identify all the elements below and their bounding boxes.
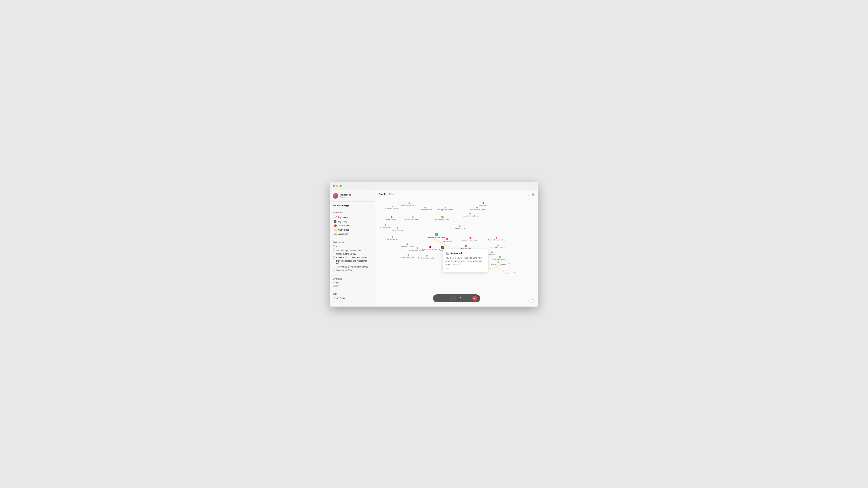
graph-node-daily-journal[interactable]: Daily Journal [443, 238, 452, 242]
app-body: Francesco Personal space My Homepage Fav… [330, 190, 538, 306]
graph-node-work-faster[interactable]: Work Faster with Templat... [422, 246, 439, 250]
sidebar-item-task-tracker[interactable]: 🔴 Task tracker [333, 224, 372, 228]
popup-title: Advanced [450, 252, 462, 255]
graph-node-get-started[interactable]: Get started [488, 251, 496, 255]
svg-line-8 [507, 272, 519, 273]
graph-node-recipe-book[interactable]: Recipe Book & Meal Plann... [462, 237, 479, 241]
graph-node-anytype-mobile[interactable]: Try Anytype on your mobi... [491, 256, 509, 260]
task-checkbox-4[interactable] [333, 260, 335, 262]
app-window: ⊟ Francesco Personal space My Homepage F… [330, 182, 538, 306]
main-content: Graph Flow ⌕ ⊞ [375, 190, 538, 306]
tab-graph[interactable]: Graph [378, 193, 385, 196]
sidebar: Francesco Personal space My Homepage Fav… [330, 190, 375, 306]
graph-node-create-task[interactable]: Create a task, press [ne... [418, 255, 435, 259]
graph-node-farsan[interactable]: Farsan (2023) [455, 225, 465, 229]
popup-body: Hey there If you're looking to hone your… [445, 256, 485, 266]
search-icon[interactable]: ⌕ [528, 193, 530, 196]
graph-node-nameless[interactable]: The Nameless Manuscript... [416, 206, 434, 210]
grid-button[interactable]: ⠿ [458, 296, 463, 301]
svg-line-9 [519, 272, 531, 275]
graph-node-sets-explained[interactable]: Sets Explained ▾ [386, 216, 398, 220]
graph-node-study-sets[interactable]: Study other Sets [387, 236, 398, 240]
graph-canvas: My findings on flow stat... Check the Se… [375, 199, 538, 306]
my-notes-widget: My Notes Today ∨ Empty [330, 276, 375, 289]
task-item: Try Anytype on your mobile device [333, 265, 372, 268]
graph-node-create-project[interactable]: Create your own project [469, 206, 485, 210]
maximize-button[interactable] [340, 185, 342, 187]
add-button[interactable]: + [450, 296, 456, 301]
homepage-link[interactable]: My Homepage [330, 202, 375, 209]
svg-line-7 [496, 267, 507, 273]
notes-header: My Notes [333, 278, 372, 280]
notes-empty: Empty [333, 285, 372, 287]
user-name: Francesco [340, 193, 353, 196]
top-actions: ⌕ ⊞ [528, 193, 535, 196]
search-button[interactable]: ⌕ [465, 296, 470, 301]
graph-node-bookmarks[interactable]: My Bookmarks [380, 224, 391, 228]
graph-node-post-therapy[interactable]: Post therapy notes [391, 227, 404, 231]
sidebar-toggle-icon[interactable]: ⊟ [533, 184, 535, 188]
divider-1 [330, 238, 375, 238]
task-checkbox-1[interactable] [333, 250, 335, 252]
notes-icon: 📝 [334, 216, 337, 219]
graph-node-write-first[interactable]: Write your First Note [491, 261, 505, 265]
graph-node-connect[interactable]: Connect Everything with ... [428, 233, 445, 238]
task-checkbox-6[interactable] [333, 269, 335, 271]
favorites-title: Favorites [333, 212, 372, 214]
graph-node-play-sidebar[interactable]: Play with sidebar and w... [400, 254, 417, 258]
sets-item-my-notes[interactable]: 📝 My Notes [333, 296, 372, 300]
favorites-section: Favorites 📝 My Notes 📓 My Diary 🔴 Task t… [330, 209, 375, 237]
svg-line-3 [490, 267, 496, 270]
avatar [333, 193, 338, 199]
record-button[interactable]: ● [472, 296, 477, 301]
task-checkbox-5[interactable] [333, 266, 335, 268]
graph-node-create-dashboard[interactable]: Create a Simple Dashboar... [488, 237, 505, 241]
task-icon: 🔴 [334, 224, 337, 227]
sidebar-item-my-notes[interactable]: 📝 My Notes [333, 215, 372, 220]
filter-icon[interactable]: ⊞ [532, 193, 535, 196]
graph-node-movie-db[interactable]: Movie Database [460, 245, 471, 249]
graph-popup: 🦾 Advanced Hey there If you're looking t… [443, 249, 488, 272]
popup-header: 🦾 Advanced [445, 252, 485, 255]
top-bar: Graph Flow ⌕ ⊞ [375, 190, 538, 199]
diary-icon: 📓 [334, 220, 337, 223]
getstarted-icon: 🌟 [334, 228, 337, 231]
user-section[interactable]: Francesco Personal space [330, 190, 375, 202]
task-item: Check out the Library [333, 252, 372, 256]
sidebar-item-my-diary[interactable]: 📓 My Diary [333, 220, 372, 224]
title-bar: ⊟ [330, 182, 538, 190]
sets-header: Sets [333, 293, 372, 295]
minimize-button[interactable] [336, 185, 338, 187]
graph-node-organise[interactable]: Organise objects with Co... [434, 216, 451, 220]
sets-widget: Sets 📝 My Notes [330, 291, 375, 302]
graph-area[interactable]: My findings on flow stat... Check the Se… [375, 199, 538, 306]
task-item: Create a task, press [new] button [333, 256, 372, 259]
graph-node-travel-planner[interactable]: Personal Travel Planner [490, 245, 506, 249]
tab-flow[interactable]: Flow [389, 193, 394, 196]
graph-node-flow-stat[interactable]: My findings on flow stat... [401, 202, 418, 206]
forward-button[interactable]: › [443, 296, 448, 301]
sidebar-item-get-started[interactable]: 🌟 Get started [333, 228, 372, 232]
graph-node-check-set[interactable]: Check the Set views [385, 205, 400, 209]
graph-node-template-explain[interactable]: Template E... them [401, 243, 414, 248]
popup-type: Page [445, 267, 485, 269]
close-button[interactable] [333, 185, 335, 187]
traffic-lights [333, 185, 342, 187]
graph-node-task-tracker[interactable]: Task tracker [479, 202, 488, 206]
sidebar-item-advanced[interactable]: 🦾 Advanced [333, 232, 372, 236]
task-filter[interactable]: All ∨ [333, 245, 372, 248]
user-space: Personal space [340, 196, 353, 198]
popup-icon: 🦾 [445, 252, 449, 255]
task-item: Play with sidebar and widgets via edi... [333, 259, 372, 265]
graph-node-navigate[interactable]: Navigate and create new... [404, 216, 422, 220]
task-checkbox-3[interactable] [333, 256, 335, 259]
user-info: Francesco Personal space [340, 193, 353, 198]
graph-node-understood[interactable]: I understood I really to... [462, 213, 478, 217]
help-button[interactable]: ? [529, 297, 535, 302]
task-item: Add an Object to Favorites [333, 249, 372, 252]
bottom-toolbar: ‹ › + ⠿ ⌕ ● [433, 294, 480, 302]
task-checkbox-2[interactable] [333, 253, 335, 255]
back-button[interactable]: ‹ [436, 296, 441, 301]
notes-filter[interactable]: Today ∨ [333, 281, 372, 284]
graph-node-meeting[interactable]: Meeting Notes for both [437, 206, 453, 210]
